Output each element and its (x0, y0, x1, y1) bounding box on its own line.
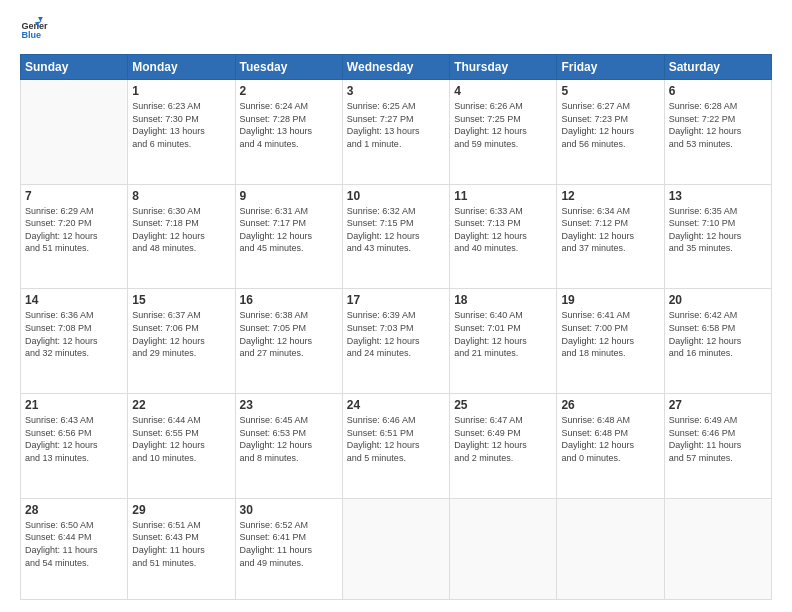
calendar-cell: 9Sunrise: 6:31 AM Sunset: 7:17 PM Daylig… (235, 184, 342, 289)
calendar-cell: 28Sunrise: 6:50 AM Sunset: 6:44 PM Dayli… (21, 498, 128, 599)
header: General Blue (20, 16, 772, 44)
weekday-header-row: SundayMondayTuesdayWednesdayThursdayFrid… (21, 55, 772, 80)
day-number: 23 (240, 398, 338, 412)
svg-text:Blue: Blue (21, 30, 41, 40)
calendar-cell (664, 498, 771, 599)
day-number: 3 (347, 84, 445, 98)
day-info: Sunrise: 6:24 AM Sunset: 7:28 PM Dayligh… (240, 100, 338, 150)
day-number: 9 (240, 189, 338, 203)
calendar-cell: 4Sunrise: 6:26 AM Sunset: 7:25 PM Daylig… (450, 80, 557, 185)
day-info: Sunrise: 6:43 AM Sunset: 6:56 PM Dayligh… (25, 414, 123, 464)
week-row-4: 21Sunrise: 6:43 AM Sunset: 6:56 PM Dayli… (21, 394, 772, 499)
calendar-cell: 25Sunrise: 6:47 AM Sunset: 6:49 PM Dayli… (450, 394, 557, 499)
calendar-cell (21, 80, 128, 185)
weekday-header-monday: Monday (128, 55, 235, 80)
day-number: 6 (669, 84, 767, 98)
calendar-cell: 12Sunrise: 6:34 AM Sunset: 7:12 PM Dayli… (557, 184, 664, 289)
calendar-cell: 30Sunrise: 6:52 AM Sunset: 6:41 PM Dayli… (235, 498, 342, 599)
day-number: 15 (132, 293, 230, 307)
week-row-5: 28Sunrise: 6:50 AM Sunset: 6:44 PM Dayli… (21, 498, 772, 599)
day-number: 2 (240, 84, 338, 98)
calendar-cell: 16Sunrise: 6:38 AM Sunset: 7:05 PM Dayli… (235, 289, 342, 394)
day-number: 11 (454, 189, 552, 203)
week-row-1: 1Sunrise: 6:23 AM Sunset: 7:30 PM Daylig… (21, 80, 772, 185)
calendar-cell: 19Sunrise: 6:41 AM Sunset: 7:00 PM Dayli… (557, 289, 664, 394)
calendar-cell: 29Sunrise: 6:51 AM Sunset: 6:43 PM Dayli… (128, 498, 235, 599)
day-number: 27 (669, 398, 767, 412)
calendar-cell: 3Sunrise: 6:25 AM Sunset: 7:27 PM Daylig… (342, 80, 449, 185)
calendar-cell: 6Sunrise: 6:28 AM Sunset: 7:22 PM Daylig… (664, 80, 771, 185)
weekday-header-friday: Friday (557, 55, 664, 80)
day-info: Sunrise: 6:39 AM Sunset: 7:03 PM Dayligh… (347, 309, 445, 359)
day-number: 7 (25, 189, 123, 203)
calendar-cell: 11Sunrise: 6:33 AM Sunset: 7:13 PM Dayli… (450, 184, 557, 289)
weekday-header-sunday: Sunday (21, 55, 128, 80)
day-info: Sunrise: 6:38 AM Sunset: 7:05 PM Dayligh… (240, 309, 338, 359)
calendar-cell: 15Sunrise: 6:37 AM Sunset: 7:06 PM Dayli… (128, 289, 235, 394)
day-info: Sunrise: 6:34 AM Sunset: 7:12 PM Dayligh… (561, 205, 659, 255)
day-info: Sunrise: 6:52 AM Sunset: 6:41 PM Dayligh… (240, 519, 338, 569)
day-info: Sunrise: 6:26 AM Sunset: 7:25 PM Dayligh… (454, 100, 552, 150)
day-number: 12 (561, 189, 659, 203)
day-info: Sunrise: 6:46 AM Sunset: 6:51 PM Dayligh… (347, 414, 445, 464)
calendar-cell: 2Sunrise: 6:24 AM Sunset: 7:28 PM Daylig… (235, 80, 342, 185)
day-number: 13 (669, 189, 767, 203)
day-info: Sunrise: 6:27 AM Sunset: 7:23 PM Dayligh… (561, 100, 659, 150)
calendar-cell: 26Sunrise: 6:48 AM Sunset: 6:48 PM Dayli… (557, 394, 664, 499)
day-number: 24 (347, 398, 445, 412)
day-info: Sunrise: 6:29 AM Sunset: 7:20 PM Dayligh… (25, 205, 123, 255)
day-info: Sunrise: 6:41 AM Sunset: 7:00 PM Dayligh… (561, 309, 659, 359)
day-number: 16 (240, 293, 338, 307)
calendar-cell: 1Sunrise: 6:23 AM Sunset: 7:30 PM Daylig… (128, 80, 235, 185)
calendar-cell: 17Sunrise: 6:39 AM Sunset: 7:03 PM Dayli… (342, 289, 449, 394)
day-info: Sunrise: 6:48 AM Sunset: 6:48 PM Dayligh… (561, 414, 659, 464)
calendar-cell: 21Sunrise: 6:43 AM Sunset: 6:56 PM Dayli… (21, 394, 128, 499)
calendar-table: SundayMondayTuesdayWednesdayThursdayFrid… (20, 54, 772, 600)
day-number: 1 (132, 84, 230, 98)
day-info: Sunrise: 6:35 AM Sunset: 7:10 PM Dayligh… (669, 205, 767, 255)
day-info: Sunrise: 6:28 AM Sunset: 7:22 PM Dayligh… (669, 100, 767, 150)
calendar-cell: 7Sunrise: 6:29 AM Sunset: 7:20 PM Daylig… (21, 184, 128, 289)
day-number: 22 (132, 398, 230, 412)
svg-text:General: General (21, 21, 48, 31)
day-info: Sunrise: 6:42 AM Sunset: 6:58 PM Dayligh… (669, 309, 767, 359)
day-info: Sunrise: 6:33 AM Sunset: 7:13 PM Dayligh… (454, 205, 552, 255)
day-info: Sunrise: 6:32 AM Sunset: 7:15 PM Dayligh… (347, 205, 445, 255)
day-number: 20 (669, 293, 767, 307)
day-info: Sunrise: 6:40 AM Sunset: 7:01 PM Dayligh… (454, 309, 552, 359)
weekday-header-thursday: Thursday (450, 55, 557, 80)
day-number: 29 (132, 503, 230, 517)
day-number: 10 (347, 189, 445, 203)
calendar-cell: 27Sunrise: 6:49 AM Sunset: 6:46 PM Dayli… (664, 394, 771, 499)
day-number: 25 (454, 398, 552, 412)
day-info: Sunrise: 6:25 AM Sunset: 7:27 PM Dayligh… (347, 100, 445, 150)
day-info: Sunrise: 6:50 AM Sunset: 6:44 PM Dayligh… (25, 519, 123, 569)
day-info: Sunrise: 6:37 AM Sunset: 7:06 PM Dayligh… (132, 309, 230, 359)
calendar-cell: 8Sunrise: 6:30 AM Sunset: 7:18 PM Daylig… (128, 184, 235, 289)
day-info: Sunrise: 6:30 AM Sunset: 7:18 PM Dayligh… (132, 205, 230, 255)
logo: General Blue (20, 16, 50, 44)
day-info: Sunrise: 6:23 AM Sunset: 7:30 PM Dayligh… (132, 100, 230, 150)
day-number: 8 (132, 189, 230, 203)
calendar-cell: 14Sunrise: 6:36 AM Sunset: 7:08 PM Dayli… (21, 289, 128, 394)
day-number: 14 (25, 293, 123, 307)
weekday-header-saturday: Saturday (664, 55, 771, 80)
calendar-cell: 5Sunrise: 6:27 AM Sunset: 7:23 PM Daylig… (557, 80, 664, 185)
calendar-cell: 24Sunrise: 6:46 AM Sunset: 6:51 PM Dayli… (342, 394, 449, 499)
week-row-3: 14Sunrise: 6:36 AM Sunset: 7:08 PM Dayli… (21, 289, 772, 394)
calendar-cell: 20Sunrise: 6:42 AM Sunset: 6:58 PM Dayli… (664, 289, 771, 394)
logo-icon: General Blue (20, 16, 48, 44)
day-number: 21 (25, 398, 123, 412)
day-info: Sunrise: 6:51 AM Sunset: 6:43 PM Dayligh… (132, 519, 230, 569)
page: General Blue SundayMondayTuesdayWednesda… (0, 0, 792, 612)
calendar-cell: 10Sunrise: 6:32 AM Sunset: 7:15 PM Dayli… (342, 184, 449, 289)
calendar-cell: 18Sunrise: 6:40 AM Sunset: 7:01 PM Dayli… (450, 289, 557, 394)
day-number: 17 (347, 293, 445, 307)
day-info: Sunrise: 6:31 AM Sunset: 7:17 PM Dayligh… (240, 205, 338, 255)
calendar-cell: 23Sunrise: 6:45 AM Sunset: 6:53 PM Dayli… (235, 394, 342, 499)
day-info: Sunrise: 6:36 AM Sunset: 7:08 PM Dayligh… (25, 309, 123, 359)
day-number: 28 (25, 503, 123, 517)
calendar-cell: 22Sunrise: 6:44 AM Sunset: 6:55 PM Dayli… (128, 394, 235, 499)
calendar-cell (557, 498, 664, 599)
weekday-header-wednesday: Wednesday (342, 55, 449, 80)
